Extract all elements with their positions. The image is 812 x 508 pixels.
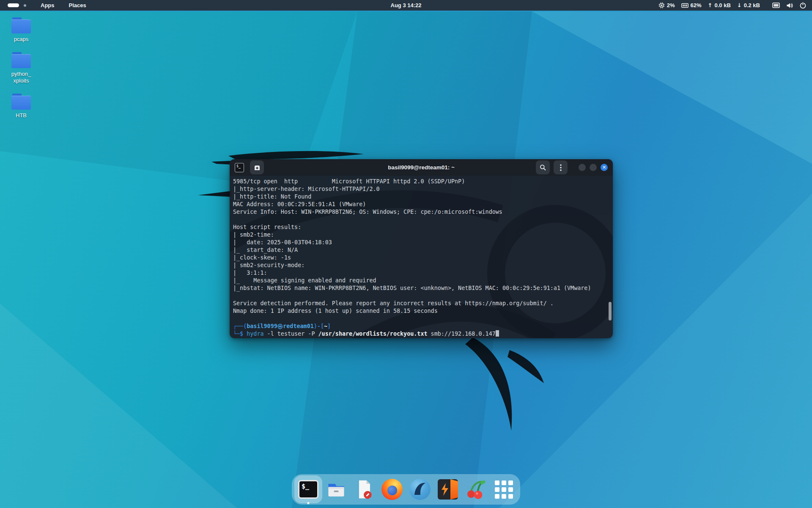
dock-app-grid[interactable] bbox=[492, 478, 515, 501]
terminal-line: |_clock-skew: -1s bbox=[233, 254, 613, 262]
net-down-value: 0.2 kB bbox=[744, 2, 760, 8]
command-target: smb://192.168.0.147 bbox=[428, 331, 496, 337]
memory-icon bbox=[681, 3, 689, 8]
kebab-menu-icon bbox=[560, 164, 562, 171]
wireshark-icon bbox=[409, 479, 431, 500]
terminal-line: 5985/tcp open http Microsoft HTTPAPI htt… bbox=[233, 178, 613, 185]
terminal-line: Service detection performed. Please repo… bbox=[233, 300, 613, 307]
terminal-line: |_ Message signing enabled and required bbox=[233, 277, 613, 284]
cpu-value: 2% bbox=[667, 2, 675, 8]
memory-value: 62% bbox=[691, 2, 702, 8]
clock[interactable]: Aug 3 14:22 bbox=[391, 2, 422, 8]
terminal-output-area[interactable]: 5985/tcp open http Microsoft HTTPAPI htt… bbox=[230, 176, 613, 338]
maximize-button[interactable] bbox=[590, 164, 597, 171]
terminal-scrollbar[interactable] bbox=[609, 302, 612, 320]
desktop-icon-list: pcaps python_xploits HTB bbox=[4, 17, 38, 119]
dock: $_ bbox=[292, 474, 520, 505]
memory-indicator[interactable]: 62% bbox=[681, 2, 702, 8]
search-icon bbox=[540, 164, 546, 171]
net-up-value: 0.0 kB bbox=[714, 2, 730, 8]
net-up-indicator[interactable]: ↑ 0.0 kB bbox=[708, 2, 731, 8]
workspace-indicator-active[interactable] bbox=[8, 3, 19, 7]
dock-text-editor[interactable] bbox=[353, 478, 376, 501]
text-cursor bbox=[496, 330, 499, 337]
prompt-line-1: ┌──(basil9099㉿redteam01)-[~] bbox=[233, 323, 613, 330]
running-indicator-dot bbox=[307, 502, 310, 504]
dock-wireshark[interactable] bbox=[409, 478, 431, 501]
upload-icon: ↑ bbox=[708, 2, 713, 8]
folder-icon bbox=[11, 17, 31, 33]
burpsuite-icon bbox=[438, 479, 458, 500]
menu-apps[interactable]: Apps bbox=[41, 2, 55, 8]
terminal-line: |_nbstat: NetBIOS name: WIN-PKRRP8BT2N6,… bbox=[233, 284, 613, 292]
terminal-line: Service Info: Host: WIN-PKRRP8BT2N6; OS:… bbox=[233, 208, 613, 216]
system-tray: 2% 62% ↑ 0.0 kB ↓ 0.2 kB bbox=[658, 2, 808, 8]
terminal-line: | date: 2025-08-03T04:18:03 bbox=[233, 239, 613, 246]
desktop-folder-label: pcaps bbox=[14, 36, 29, 43]
top-panel: Apps Places Aug 3 14:22 2% bbox=[0, 0, 812, 11]
display-icon[interactable] bbox=[772, 3, 780, 8]
dock-cherrytree[interactable] bbox=[464, 478, 487, 501]
volume-icon[interactable] bbox=[786, 3, 793, 8]
net-down-indicator[interactable]: ↓ 0.2 kB bbox=[737, 2, 760, 8]
download-icon: ↓ bbox=[737, 2, 742, 8]
menu-button[interactable] bbox=[554, 160, 568, 174]
terminal-titlebar[interactable]: $ basil9099@redteam01: ~ bbox=[230, 159, 613, 176]
terminal-line: | 3:1:1: bbox=[233, 269, 613, 277]
terminal-line: | smb2-security-mode: bbox=[233, 262, 613, 269]
workspace-indicator-dot[interactable] bbox=[24, 4, 26, 7]
cpu-indicator[interactable]: 2% bbox=[658, 2, 675, 8]
folder-icon bbox=[11, 52, 31, 68]
desktop-wallpaper: pcaps python_xploits HTB $ bbox=[0, 11, 812, 508]
terminal-line bbox=[233, 315, 613, 323]
terminal-line: | smb2-time: bbox=[233, 231, 613, 239]
terminal-line: MAC Address: 00:0C:29:5E:91:A1 (VMware) bbox=[233, 201, 613, 208]
terminal-window: $ basil9099@redteam01: ~ bbox=[230, 159, 613, 338]
terminal-line bbox=[233, 292, 613, 300]
desktop-folder-pcaps[interactable]: pcaps bbox=[4, 17, 38, 43]
text-editor-icon bbox=[353, 478, 375, 500]
command-args: -l testuser -P bbox=[264, 331, 318, 337]
cherrytree-icon bbox=[465, 478, 487, 500]
firefox-icon bbox=[381, 479, 403, 500]
prompt-line-2: └─$ hydra -l testuser -P /usr/share/word… bbox=[233, 330, 613, 338]
app-grid-icon bbox=[495, 480, 513, 499]
file-manager-icon bbox=[325, 478, 347, 500]
command-wordlist-path: /usr/share/wordlists/rockyou.txt bbox=[318, 331, 428, 337]
dock-burpsuite[interactable] bbox=[436, 478, 459, 501]
desktop-folder-htb[interactable]: HTB bbox=[4, 94, 38, 119]
terminal-line: |_ start_date: N/A bbox=[233, 246, 613, 254]
terminal-line: Host script results: bbox=[233, 224, 613, 231]
search-button[interactable] bbox=[536, 160, 550, 174]
menu-places[interactable]: Places bbox=[69, 2, 86, 8]
terminal-line: |_http-server-header: Microsoft-HTTPAPI/… bbox=[233, 185, 613, 193]
desktop-folder-python-xploits[interactable]: python_xploits bbox=[4, 52, 38, 84]
command-program: hydra bbox=[247, 331, 263, 337]
dock-firefox[interactable] bbox=[381, 478, 403, 501]
terminal-app-icon: $_ bbox=[298, 480, 318, 499]
desktop-folder-label: HTB bbox=[16, 112, 27, 119]
power-icon[interactable] bbox=[800, 2, 806, 8]
folder-icon bbox=[11, 94, 31, 110]
desktop-folder-label: python_xploits bbox=[11, 71, 31, 84]
terminal-line: |_http-title: Not Found bbox=[233, 193, 613, 201]
dock-files[interactable] bbox=[325, 478, 348, 501]
terminal-line bbox=[233, 216, 613, 224]
terminal-line: Nmap done: 1 IP address (1 host up) scan… bbox=[233, 307, 613, 315]
dock-terminal[interactable]: $_ bbox=[297, 478, 320, 501]
cpu-icon bbox=[658, 2, 665, 8]
close-button[interactable]: ✕ bbox=[601, 164, 608, 171]
minimize-button[interactable] bbox=[579, 164, 586, 171]
